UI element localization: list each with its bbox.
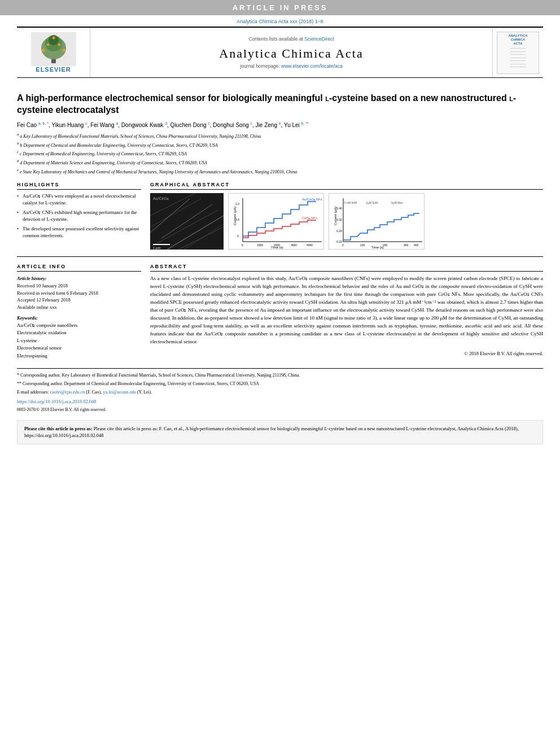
keyword-2: Electrocatalytic oxidation (17, 329, 141, 337)
sem-image-svg: Au/CeO₂ 1 μm (150, 193, 224, 250)
rights-line: 0003-2670/© 2018 Elsevier B.V. All right… (17, 407, 543, 413)
citation-label: Please cite this article in press as: (24, 426, 94, 431)
article-info-content: Article history: Received 10 January 201… (17, 275, 141, 360)
svg-text:Au/CeO₂ NFs: Au/CeO₂ NFs (302, 198, 322, 201)
svg-text:400: 400 (414, 243, 419, 247)
graphical-abstract-header: GRAPHICAL ABSTRACT (150, 182, 543, 190)
svg-text:1000: 1000 (257, 243, 263, 247)
svg-text:5μM  Max: 5μM Max (391, 201, 403, 204)
chart1-svg: Current (μA) Time (s) 0 1000 2000 3000 4… (229, 194, 324, 250)
journal-logo-title: ANALYTICACHIMICAACTA (508, 34, 527, 46)
article-info-header: ARTICLE INFO (17, 264, 141, 272)
keywords-list: Au/CeO₂ composite nanofibers Electrocata… (17, 322, 141, 360)
svg-text:5 nM  5nM: 5 nM 5nM (344, 201, 357, 204)
svg-text:0.24: 0.24 (336, 229, 342, 233)
keywords-block: Keywords: Au/CeO₂ composite nanofibers E… (17, 314, 141, 360)
svg-text:3000: 3000 (291, 243, 297, 247)
abstract-section: ABSTRACT As a new class of L-cysteine el… (150, 264, 543, 360)
journal-citation: Analytica Chimica Acta xxx (2018) 1–8 (0, 15, 560, 27)
svg-text:100: 100 (360, 243, 365, 247)
article-info-section: ARTICLE INFO Article history: Received 1… (17, 264, 141, 360)
elsevier-logo: ELSEVIER (31, 32, 76, 73)
highlight-item-1: Au/CeO₂ CNFs were employed as a novel el… (17, 193, 141, 207)
svg-text:0.40: 0.40 (336, 207, 342, 210)
highlights-ga-section: HIGHLIGHTS Au/CeO₂ CNFs were employed as… (17, 182, 543, 250)
svg-text:0.5: 0.5 (235, 218, 239, 221)
svg-text:0.32: 0.32 (336, 218, 342, 221)
svg-point-6 (62, 49, 65, 52)
elsevier-wordmark: ELSEVIER (36, 66, 71, 73)
sciencedirect-link[interactable]: ScienceDirect (304, 36, 334, 42)
revised-date: Received in revised form 6 February 2018 (17, 290, 141, 297)
elsevier-tree-icon (31, 32, 76, 66)
journal-homepage: journal homepage: www.elsevier.com/locat… (240, 63, 342, 69)
svg-point-9 (52, 37, 55, 40)
keyword-3: L-cysteine (17, 337, 141, 345)
svg-text:0: 0 (237, 234, 239, 238)
email-link-lei[interactable]: yu.lei@uconn.edu (103, 390, 135, 395)
svg-text:Au/CeO₂: Au/CeO₂ (153, 196, 169, 200)
keyword-5: Electrospinning (17, 352, 141, 360)
svg-text:0.16: 0.16 (336, 240, 342, 243)
article-history-label: Article history: (17, 275, 141, 282)
journal-name: Analytica Chimica Acta (219, 46, 363, 61)
keywords-label: Keywords: (17, 314, 141, 322)
svg-text:2000: 2000 (274, 243, 280, 247)
footnotes-section: * Corresponding author. Key Laboratory o… (17, 368, 543, 413)
main-content: A high-performance electrochemical senso… (0, 78, 560, 444)
svg-rect-20 (153, 244, 170, 245)
affiliation-d: d d Department of Materials Science and … (17, 158, 543, 167)
affiliation-a: a a Key Laboratory of Biomedical Functio… (17, 132, 543, 140)
svg-text:1 μm: 1 μm (153, 246, 160, 250)
footnote-corresponding-1: * Corresponding author. Key Laboratory o… (17, 372, 543, 379)
highlight-item-2: Au/CeO₂ CNFs exhibited high sensing perf… (17, 209, 141, 223)
chart-current-time-1: Current (μA) Time (s) 0 1000 2000 3000 4… (228, 193, 324, 250)
citation-box: Please cite this article in press as: Pl… (17, 420, 543, 445)
journal-logo-lines: ___________ ___________ ___________ ____… (510, 46, 526, 68)
svg-text:300: 300 (404, 243, 409, 247)
svg-point-8 (58, 43, 60, 46)
graphical-abstract-images: Au/CeO₂ 1 μm (150, 193, 543, 250)
affiliation-b: b b Department of Chemical and Biomolecu… (17, 141, 543, 149)
svg-text:Current (μA): Current (μA) (233, 207, 237, 225)
citation-text: Please cite this article in press as: F.… (24, 426, 519, 439)
footnote-emails: E-mail addresses: caofei@cpu.edu.cn (F. … (17, 389, 543, 396)
journal-header: ELSEVIER Contents lists available at Sci… (17, 27, 543, 78)
svg-text:CeO₂ NFs: CeO₂ NFs (302, 216, 317, 220)
highlights-list: Au/CeO₂ CNFs were employed as a novel el… (17, 193, 141, 239)
affiliation-e: e e State Key Laboratory of Mechanics an… (17, 167, 543, 176)
svg-text:0: 0 (242, 243, 243, 247)
divider-1 (17, 256, 543, 257)
copyright-line: © 2018 Elsevier B.V. All rights reserved… (150, 351, 543, 356)
highlight-item-3: The developed sensor possessed excellent… (17, 226, 141, 239)
received-date: Received 10 January 2018 (17, 282, 141, 290)
abstract-text: As a new class of L-cysteine electrocata… (150, 275, 543, 346)
email-link-cao[interactable]: caofei@cpu.edu.cn (50, 390, 85, 395)
journal-logo-box: ANALYTICACHIMICAACTA ___________ _______… (497, 32, 539, 74)
svg-text:4000: 4000 (307, 243, 313, 247)
sem-image: Au/CeO₂ 1 μm (150, 193, 224, 250)
chart-current-time-2: Current (μA) Time (s) 0 100 200 300 400 … (329, 193, 425, 250)
contents-available-text: Contents lists available at ScienceDirec… (248, 36, 334, 42)
svg-text:200: 200 (383, 243, 388, 247)
doi-link[interactable]: https://doi.org/10.1016/j.aca.2018.02.04… (17, 398, 543, 405)
svg-text:0: 0 (342, 243, 344, 247)
svg-point-5 (42, 49, 45, 52)
svg-text:Time (s): Time (s) (371, 246, 384, 249)
article-info-abstract-section: ARTICLE INFO Article history: Received 1… (17, 264, 543, 360)
svg-point-7 (46, 43, 49, 46)
affiliations: a a Key Laboratory of Biomedical Functio… (17, 132, 543, 175)
keyword-1: Au/CeO₂ composite nanofibers (17, 322, 141, 330)
keyword-4: Electrochemical sensor (17, 344, 141, 352)
highlights-header: HIGHLIGHTS (17, 182, 141, 190)
highlights-section: HIGHLIGHTS Au/CeO₂ CNFs were employed as… (17, 182, 141, 250)
article-title: A high-performance electrochemical senso… (17, 93, 543, 116)
footnote-corresponding-2: ** Corresponding author. Department of C… (17, 381, 543, 387)
journal-header-center: Contents lists available at ScienceDirec… (90, 28, 492, 77)
accepted-date: Accepted 12 February 2018 (17, 296, 141, 304)
journal-homepage-link[interactable]: www.elsevier.com/locate/aca (281, 63, 343, 69)
abstract-header: ABSTRACT (150, 264, 543, 272)
elsevier-logo-area: ELSEVIER (17, 28, 90, 77)
authors-line: Fei Cao a, b, *, Yikun Huang c, Fei Wang… (17, 121, 543, 129)
svg-text:1μM  5μM: 1μM 5μM (366, 201, 378, 204)
